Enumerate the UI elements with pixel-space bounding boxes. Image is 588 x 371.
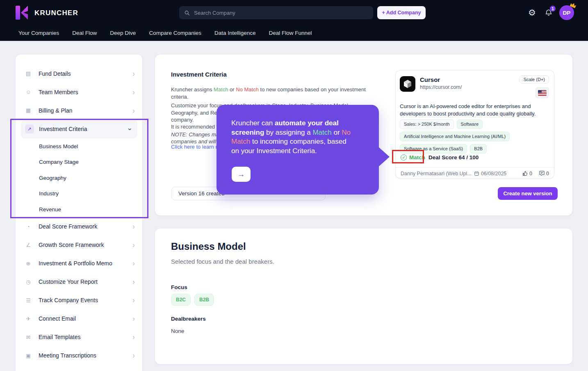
comment-icon (539, 170, 545, 176)
company-tag: B2B (470, 144, 487, 154)
nav-item-your-companies[interactable]: Your Companies (18, 30, 59, 36)
connect-email-icon: ✈ (25, 316, 32, 322)
portfolio-memo-icon: ⊕ (25, 260, 32, 267)
chevron-right-icon: › (132, 278, 135, 285)
sidebar-item-investment-criteria[interactable]: ↗ Investment Criteria › (21, 120, 137, 138)
sidebar-item-meeting-transcriptions[interactable]: ▣Meeting Transcriptions› (16, 346, 142, 365)
brand-name: KRUNCHER (34, 9, 78, 17)
learn-more-link[interactable]: Click here to learn m (171, 144, 220, 150)
sidebar-item-label: Billing & Plan (39, 107, 132, 114)
sidebar-subitem-company-stage[interactable]: Company Stage (16, 154, 142, 170)
business-model-panel: Business Model Selected focus and the de… (155, 228, 573, 364)
cursor-logo-icon (400, 76, 415, 92)
country-flag-badge (536, 87, 549, 98)
match-row: ✓ Match Deal Score 64 / 100 (401, 154, 479, 161)
sidebar-item-label: Fund Details (39, 70, 132, 77)
focus-tags: B2CB2B (171, 294, 214, 306)
chevron-down-icon: › (127, 128, 134, 130)
company-description: Cursor is an AI-powered code editor for … (400, 103, 552, 118)
chevron-right-icon: › (132, 333, 135, 341)
onboarding-tooltip: Kruncher can automate your deal screenin… (217, 105, 379, 195)
billing-plan-icon: ▦ (25, 107, 32, 113)
nav-item-compare-companies[interactable]: Compare Companies (149, 30, 201, 36)
notification-badge: 1 (549, 5, 556, 12)
sidebar-item-team-members[interactable]: ☺Team Members› (16, 83, 142, 101)
business-model-title: Business Model (171, 241, 246, 252)
comments-count[interactable]: 0 (539, 170, 549, 176)
company-url[interactable]: https://cursor.com/ (420, 84, 462, 90)
sidebar-item-deal-score-framework[interactable]: ◔Deal Score Framework› (16, 217, 142, 236)
company-name: Cursor (420, 76, 440, 83)
nav-item-deep-dive[interactable]: Deep Dive (110, 30, 136, 36)
sidebar-item-email-templates[interactable]: ✉Email Templates› (16, 328, 142, 346)
stage-badge: Scale (D+) (520, 75, 549, 84)
focus-label: Focus (171, 284, 187, 290)
sidebar-item-label: Customize Your Report (39, 278, 132, 285)
us-flag-icon (538, 90, 547, 96)
focus-tag-b2c: B2C (171, 294, 191, 306)
company-tag: Software (457, 120, 483, 129)
chevron-right-icon: › (132, 223, 135, 230)
nav-item-data-intelligence[interactable]: Data Intelligence (214, 30, 256, 36)
panel-title: Investment Criteria (171, 71, 227, 78)
dealbreakers-label: Dealbreakers (171, 316, 206, 322)
chevron-right-icon: › (132, 88, 135, 96)
sidebar-item-investment-portfolio-memo[interactable]: ⊕Investment & Portfolio Memo› (16, 254, 142, 273)
sidebar-item-label: Email Templates (39, 334, 132, 340)
search-input[interactable] (193, 9, 368, 16)
thumbs-up-icon (522, 170, 528, 176)
sidebar-subitem-revenue[interactable]: Revenue (16, 201, 142, 217)
email-templates-icon: ✉ (25, 334, 32, 340)
focus-tag-b2b: B2B (194, 294, 214, 306)
chevron-right-icon: › (132, 352, 135, 359)
customize-report-icon: ◷ (25, 279, 32, 285)
main-nav: Your CompaniesDeal FlowDeep DiveCompare … (0, 25, 588, 41)
chevron-right-icon: › (132, 70, 135, 77)
sidebar-item-label: Team Members (39, 89, 132, 95)
company-tag: Artificial Intelligence and Machine Lear… (400, 132, 510, 141)
uploader-name: Danny Permatasari (Web Upl... (401, 171, 472, 176)
sidebar-item-customize-your-report[interactable]: ◷Customize Your Report› (16, 273, 142, 291)
nav-item-deal-flow[interactable]: Deal Flow (72, 30, 97, 36)
tooltip-text: Kruncher can automate your deal screenin… (231, 119, 352, 156)
track-events-icon: ☰ (25, 297, 32, 303)
sidebar-item-label: Growth Score Framework (39, 242, 132, 248)
likes-count[interactable]: 0 (522, 170, 532, 176)
create-new-version-button[interactable]: Create new version (498, 187, 558, 200)
sidebar-subitem-industry[interactable]: Industry (16, 186, 142, 202)
deal-score-icon: ◔ (25, 224, 32, 230)
chevron-right-icon: › (132, 107, 135, 114)
sidebar-subitem-geography[interactable]: Geography (16, 170, 142, 186)
search-icon (184, 10, 190, 16)
sidebar-item-connect-email[interactable]: ✈Connect Email› (16, 310, 142, 328)
card-footer: Danny Permatasari (Web Upl... 06/08/2025… (401, 170, 549, 176)
user-avatar[interactable]: DP (559, 5, 574, 20)
dealbreakers-value: None (171, 328, 184, 334)
sidebar-subitem-business-model[interactable]: Business Model (16, 138, 142, 154)
investment-criteria-icon: ↗ (25, 124, 34, 133)
tooltip-next-button[interactable]: → (232, 167, 251, 182)
check-circle-icon: ✓ (401, 154, 407, 161)
match-status: Match (409, 154, 425, 161)
kruncher-logo-icon[interactable] (16, 6, 28, 20)
company-tags: Sales: > 250K $/monthSoftwareArtificial … (400, 120, 551, 154)
criteria-paragraph-1: Kruncher assigns Match or No Match to ne… (171, 86, 369, 100)
top-bar: KRUNCHER + Add Company ⚙ 1 DP (0, 0, 588, 25)
calendar-icon (474, 171, 479, 176)
company-tag: Software as a Service (SaaS) (400, 144, 467, 154)
sidebar-item-billing-plan[interactable]: ▦Billing & Plan› (16, 101, 142, 120)
fund-details-icon: ▤ (25, 70, 32, 77)
chevron-right-icon: › (132, 315, 135, 322)
settings-gear-icon[interactable]: ⚙ (528, 8, 536, 18)
company-tag: Sales: > 250K $/month (400, 120, 454, 129)
sidebar-item-fund-details[interactable]: ▤Fund Details› (16, 64, 142, 83)
chevron-right-icon: › (132, 241, 135, 249)
sidebar-item-label: Deal Score Framework (39, 223, 132, 230)
sidebar-item-track-company-events[interactable]: ☰Track Company Events› (16, 291, 142, 310)
company-search[interactable] (179, 6, 373, 19)
deal-score: Deal Score 64 / 100 (428, 154, 479, 161)
add-company-button[interactable]: + Add Company (377, 6, 426, 19)
team-members-icon: ☺ (25, 89, 32, 95)
nav-item-deal-flow-funnel[interactable]: Deal Flow Funnel (269, 30, 312, 36)
sidebar-item-growth-score-framework[interactable]: ∠Growth Score Framework› (16, 236, 142, 254)
